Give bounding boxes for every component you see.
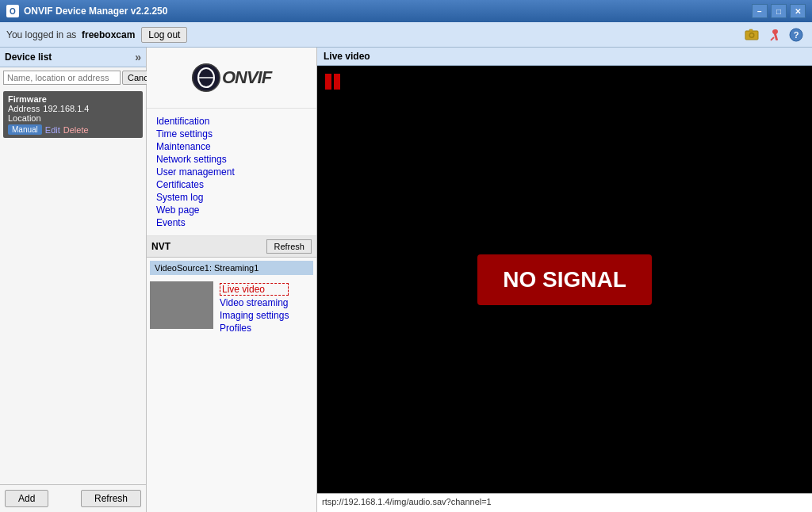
stream-content: Live videoVideo streamingImaging setting… [147, 278, 316, 337]
logged-in-text: You logged in as freeboxcam [6, 29, 135, 40]
device-list-title: Device list [5, 52, 52, 63]
item-actions: Manual Edit Delete [8, 124, 138, 135]
help-icon-button[interactable]: ? [787, 25, 806, 44]
ntv-title: NVT [151, 241, 170, 252]
svg-rect-4 [770, 36, 775, 41]
stream-link-video-streaming[interactable]: Video streaming [220, 297, 289, 308]
device-link-maintenance[interactable]: Maintenance [156, 140, 307, 153]
video-area: NO SIGNAL [317, 66, 812, 493]
device-links: IdentificationTime settingsMaintenanceNe… [147, 109, 316, 236]
ntv-refresh-button[interactable]: Refresh [266, 239, 312, 254]
firmware-label: Firmware [8, 94, 138, 104]
logout-button[interactable]: Log out [141, 27, 187, 43]
video-header: Live video [317, 48, 812, 66]
device-link-user-management[interactable]: User management [156, 166, 307, 178]
username-label: freeboxcam [82, 29, 135, 40]
onvif-logo-area: ONVIF [147, 48, 316, 109]
titlebar: O ONVIF Device Manager v2.2.250 − □ ✕ [0, 0, 812, 22]
pause-indicator [325, 74, 340, 90]
wrench-icon [766, 27, 782, 43]
onvif-svg-icon [192, 63, 220, 92]
add-button[interactable]: Add [5, 490, 48, 507]
svg-point-2 [750, 33, 753, 36]
collapse-button[interactable]: » [135, 51, 141, 63]
app-icon: O [6, 5, 19, 17]
stream-item[interactable]: VideoSource1: Streaming1 [150, 261, 313, 275]
device-link-system-log[interactable]: System log [156, 191, 307, 204]
device-search-input[interactable] [3, 71, 121, 85]
location-label: Location [8, 113, 41, 123]
app-title: ONVIF Device Manager v2.2.250 [24, 6, 167, 17]
camera-icon-button[interactable] [742, 25, 761, 44]
onvif-text: ONVIF [222, 67, 271, 88]
ntv-panel: NVT Refresh VideoSource1: Streaming1 Liv… [147, 236, 316, 512]
stream-thumbnail [150, 281, 213, 329]
window-controls: − □ ✕ [752, 4, 806, 18]
middle-panel: ONVIF IdentificationTime settingsMainten… [147, 48, 317, 512]
device-link-certificates[interactable]: Certificates [156, 178, 307, 191]
refresh-button[interactable]: Refresh [81, 490, 141, 507]
minimize-button[interactable]: − [752, 4, 768, 18]
device-list-header: Device list » [0, 48, 146, 67]
onvif-circle-icon [192, 63, 220, 92]
device-item[interactable]: Firmware Address 192.168.1.4 Location Ma… [3, 91, 143, 138]
stream-link-profiles[interactable]: Profiles [220, 323, 289, 334]
no-signal-box: NO SIGNAL [477, 254, 652, 305]
device-link-identification[interactable]: Identification [156, 115, 307, 128]
device-search-row: Cancel [0, 67, 146, 88]
device-bottom: Add Refresh [0, 484, 146, 512]
address-label: Address [8, 104, 40, 113]
delete-link[interactable]: Delete [63, 125, 89, 135]
svg-rect-3 [749, 29, 753, 32]
onvif-logo: ONVIF [192, 63, 271, 92]
device-link-events[interactable]: Events [156, 216, 307, 229]
maximize-button[interactable]: □ [771, 4, 787, 18]
stream-link-imaging-settings[interactable]: Imaging settings [220, 310, 289, 321]
device-link-web-page[interactable]: Web page [156, 204, 307, 216]
help-icon: ? [788, 27, 804, 43]
stream-links: Live videoVideo streamingImaging setting… [220, 281, 289, 334]
location-row: Location [8, 113, 138, 123]
settings-icon-button[interactable] [764, 25, 783, 44]
device-link-time-settings[interactable]: Time settings [156, 128, 307, 140]
pause-bar-right [334, 74, 340, 90]
device-link-network-settings[interactable]: Network settings [156, 153, 307, 166]
manual-badge: Manual [8, 124, 42, 135]
toolbar: You logged in as freeboxcam Log out ? [0, 22, 812, 48]
ntv-header: NVT Refresh [147, 236, 316, 258]
address-value: 192.168.1.4 [43, 104, 89, 113]
svg-text:?: ? [794, 30, 799, 40]
device-panel: Device list » Cancel Firmware Address 19… [0, 48, 147, 512]
address-row: Address 192.168.1.4 [8, 104, 138, 113]
toolbar-icons: ? [742, 25, 806, 44]
close-button[interactable]: ✕ [790, 4, 806, 18]
video-panel: Live video NO SIGNAL rtsp://192.168.1.4/… [317, 48, 812, 512]
stream-link-live-video[interactable]: Live video [220, 283, 289, 296]
pause-bar-left [325, 74, 331, 90]
edit-link[interactable]: Edit [45, 125, 60, 135]
camera-icon [744, 27, 760, 43]
main-layout: Device list » Cancel Firmware Address 19… [0, 48, 812, 512]
video-url-bar: rtsp://192.168.1.4/img/audio.sav?channel… [317, 493, 812, 512]
